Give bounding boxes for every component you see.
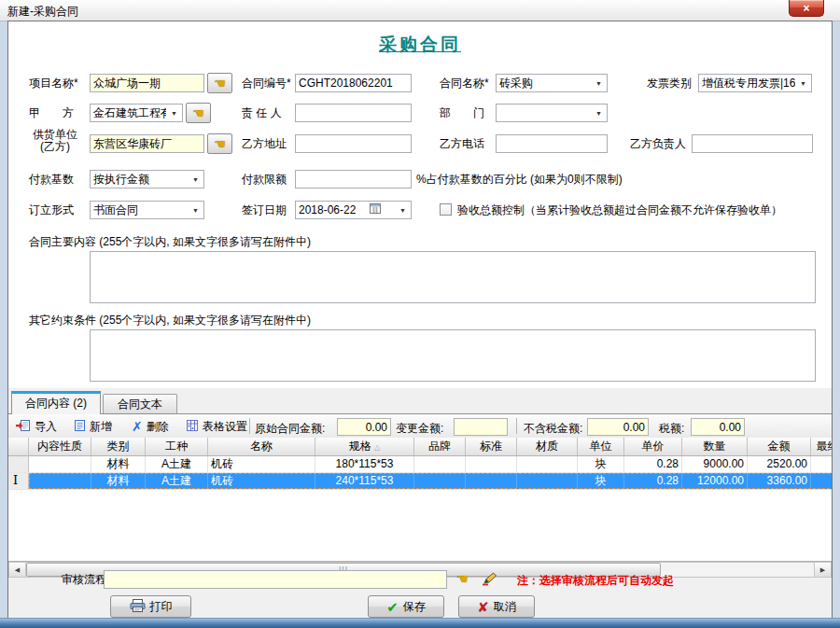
grid-cell[interactable]: 机砖 [208, 473, 315, 489]
owner-input[interactable] [295, 104, 412, 122]
cancel-button[interactable]: ✘ 取消 [458, 595, 535, 618]
sort-indicator-icon: △ [374, 443, 380, 452]
grid-column-header[interactable]: 标准 [466, 438, 517, 455]
grid-column-header[interactable]: 金额 [748, 438, 811, 455]
grid-cell[interactable] [517, 473, 578, 489]
grid-cell[interactable]: 180*115*53 [315, 456, 414, 472]
grid-cell[interactable] [811, 456, 832, 472]
notax-amount-input[interactable] [587, 418, 649, 436]
print-button[interactable]: 打印 [110, 595, 191, 618]
payment-base-select[interactable]: 按执行金额 ▼ [90, 170, 204, 188]
grid-cell[interactable] [29, 473, 91, 489]
print-label: 打印 [150, 599, 173, 615]
save-button[interactable]: ✔ 保存 [368, 595, 444, 618]
chevron-down-icon: ▼ [591, 80, 607, 87]
grid-row[interactable]: 材料A土建机砖180*115*53块0.289000.002520.00 [8, 456, 832, 473]
grid-column-header[interactable]: 工种 [146, 438, 208, 455]
invoice-type-select[interactable]: 增值税专用发票|16 ▼ [698, 74, 812, 92]
review-note: 注：选择审核流程后可自动发起 [517, 573, 674, 589]
project-name-input[interactable] [90, 74, 204, 92]
project-lookup-button[interactable]: ☚ [207, 73, 232, 93]
grid-cell[interactable] [517, 456, 578, 472]
acceptance-control-label: 验收总额控制（当累计验收总额超过合同金额不允许保存验收单） [457, 201, 782, 219]
grid-cell[interactable]: 12000.00 [682, 473, 748, 489]
grid-cell[interactable] [29, 456, 91, 472]
grid-cell[interactable]: 0.28 [624, 456, 682, 472]
grid-cell[interactable] [414, 473, 466, 489]
grid-cell[interactable]: 材料 [91, 456, 146, 472]
party-b-phone-label: 乙方电话 [440, 134, 484, 153]
grid-column-header[interactable]: 最终数量 [811, 438, 832, 455]
grid-column-header[interactable]: 内容性质 [29, 438, 91, 455]
grid-cell[interactable]: A土建 [146, 473, 208, 489]
party-b-phone-input[interactable] [496, 134, 608, 153]
acceptance-control-checkbox[interactable] [440, 203, 452, 216]
grid-cell[interactable] [811, 473, 832, 489]
other-terms-textarea[interactable] [90, 329, 816, 382]
add-label: 新增 [90, 419, 112, 435]
grid-column-header[interactable]: 单位 [578, 438, 624, 455]
grid-cell[interactable]: 材料 [91, 473, 146, 489]
hand-pick-icon: ☚ [456, 571, 469, 586]
grid-cell[interactable]: 9000.00 [682, 456, 748, 472]
row-indicator-cell[interactable] [8, 473, 29, 489]
grid-cell[interactable] [466, 456, 517, 472]
table-settings-button[interactable]: 表格设置 [184, 417, 249, 436]
grid-column-header[interactable]: 类别 [91, 438, 146, 455]
party-a-select[interactable]: 金石建筑工程有限公 ▼ [90, 104, 183, 122]
contract-no-input[interactable] [295, 74, 412, 92]
tab-contract-content[interactable]: 合同内容 (2) [11, 391, 101, 414]
grid-cell[interactable]: 块 [578, 456, 624, 472]
cancel-x-icon: ✘ [477, 600, 489, 614]
party-b-address-input[interactable] [295, 134, 412, 153]
change-amount-input[interactable] [454, 418, 508, 436]
close-button[interactable]: × [789, 0, 824, 17]
grid-cell[interactable] [466, 473, 517, 489]
grid-row[interactable]: 材料A土建机砖240*115*53块0.2812000.003360.00 [8, 473, 832, 490]
contract-name-select[interactable]: 砖采购 ▼ [496, 74, 608, 92]
review-flow-input[interactable] [104, 570, 447, 589]
grid-cell[interactable]: 块 [578, 473, 624, 489]
form-type-value: 书面合同 [93, 202, 138, 218]
grid-cell[interactable]: 240*115*53 [315, 473, 414, 489]
grid-column-header[interactable]: 数量 [682, 438, 748, 455]
scroll-right-arrow-icon[interactable]: ▶ [814, 563, 831, 577]
grid-column-header[interactable]: 单价 [624, 438, 682, 455]
dept-select[interactable]: ▼ [496, 104, 608, 122]
grid-header-row: 内容性质类别工种名称规格△品牌标准材质单位单价数量金额最终数量 [8, 438, 832, 456]
grid-cell[interactable]: 机砖 [208, 456, 315, 472]
grid-column-header[interactable]: 品牌 [414, 438, 466, 455]
form-type-select[interactable]: 书面合同 ▼ [90, 201, 204, 219]
printer-icon [130, 599, 146, 615]
scroll-left-arrow-icon[interactable]: ◀ [9, 563, 26, 577]
sign-date-picker[interactable]: 2018-06-22 ▼ [295, 201, 412, 219]
table-settings-icon [186, 419, 199, 435]
original-amount-label: 原始合同金额: [255, 421, 325, 437]
grid-column-header[interactable]: 名称 [208, 438, 315, 455]
supplier-label: 供货单位 (乙方) [25, 129, 85, 153]
table-settings-label: 表格设置 [203, 419, 247, 435]
grid-column-header[interactable]: 规格△ [315, 438, 414, 455]
party-b-manager-input[interactable] [692, 134, 813, 153]
grid-cell[interactable]: A土建 [146, 456, 208, 472]
row-indicator-cell[interactable] [8, 456, 29, 472]
supplier-lookup-button[interactable]: ☚ [207, 133, 232, 154]
payment-limit-input[interactable] [295, 170, 412, 188]
grid-cell[interactable]: 0.28 [624, 473, 682, 489]
add-button[interactable]: 新增 [72, 417, 114, 436]
supplier-input[interactable] [90, 134, 204, 153]
review-sign-button[interactable] [482, 572, 497, 589]
calendar-icon [370, 203, 381, 216]
grid-cell[interactable]: 3360.00 [748, 473, 811, 489]
party-a-lookup-button[interactable]: ☚ [186, 103, 211, 123]
review-pick-button[interactable]: ☚ [456, 572, 469, 586]
grid-cell[interactable] [414, 456, 466, 472]
tax-amount-input[interactable] [691, 418, 745, 436]
delete-button[interactable]: ✗ 删除 [130, 417, 171, 436]
grid-column-header[interactable]: 材质 [517, 438, 578, 455]
main-content-textarea[interactable] [90, 251, 816, 303]
tab-contract-text[interactable]: 合同文本 [103, 394, 177, 413]
grid-cell[interactable]: 2520.00 [748, 456, 811, 472]
original-amount-input[interactable] [337, 418, 391, 436]
import-button[interactable]: 导入 [14, 417, 59, 436]
